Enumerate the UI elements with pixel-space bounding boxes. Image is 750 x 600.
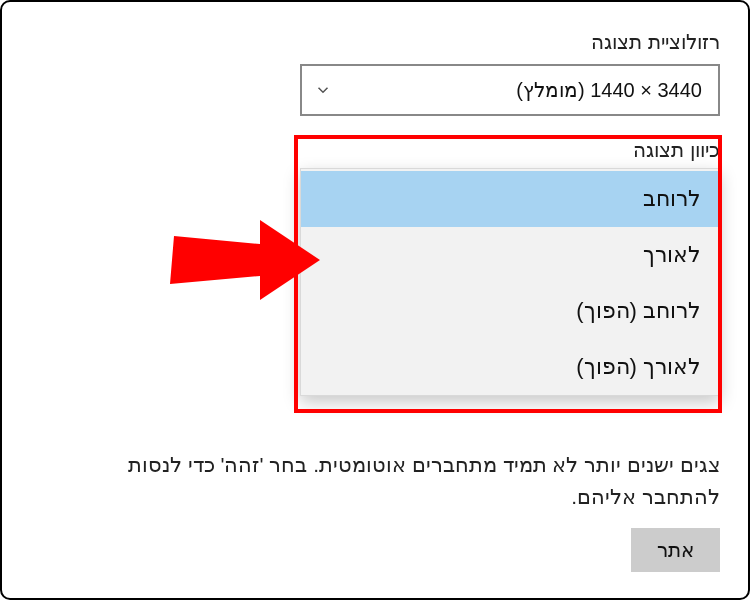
orientation-option-portrait-flipped[interactable]: לאורך (הפוך) <box>301 339 719 395</box>
orientation-dropdown[interactable]: לרוחב לאורך לרוחב (הפוך) לאורך (הפוך) <box>300 168 720 396</box>
resolution-row: 3440 × 1440 (מומלץ) <box>30 64 720 116</box>
orientation-label: כיוון תצוגה <box>300 136 720 168</box>
settings-panel: רזולוציית תצוגה 3440 × 1440 (מומלץ) כיוו… <box>0 0 750 600</box>
footer-section: צגים ישנים יותר לא תמיד מתחברים אוטומטית… <box>30 449 720 572</box>
orientation-option-portrait[interactable]: לאורך <box>301 227 719 283</box>
footer-text: צגים ישנים יותר לא תמיד מתחברים אוטומטית… <box>80 449 720 514</box>
orientation-option-label: לאורך (הפוך) <box>576 354 701 380</box>
detect-button[interactable]: אתר <box>631 528 720 572</box>
annotation-arrow-icon <box>142 202 322 322</box>
orientation-option-label: לאורך <box>643 242 701 268</box>
orientation-section: כיוון תצוגה לרוחב לאורך לרוחב (הפוך) לאו… <box>300 136 720 396</box>
resolution-label: רזולוציית תצוגה <box>30 30 720 54</box>
svg-marker-0 <box>170 220 320 300</box>
orientation-option-label: לרוחב <box>643 186 701 212</box>
resolution-select[interactable]: 3440 × 1440 (מומלץ) <box>300 64 720 116</box>
orientation-option-landscape-flipped[interactable]: לרוחב (הפוך) <box>301 283 719 339</box>
orientation-option-landscape[interactable]: לרוחב <box>301 171 719 227</box>
orientation-option-label: לרוחב (הפוך) <box>576 298 701 324</box>
chevron-down-icon <box>314 81 332 99</box>
resolution-value: 3440 × 1440 (מומלץ) <box>332 78 702 102</box>
